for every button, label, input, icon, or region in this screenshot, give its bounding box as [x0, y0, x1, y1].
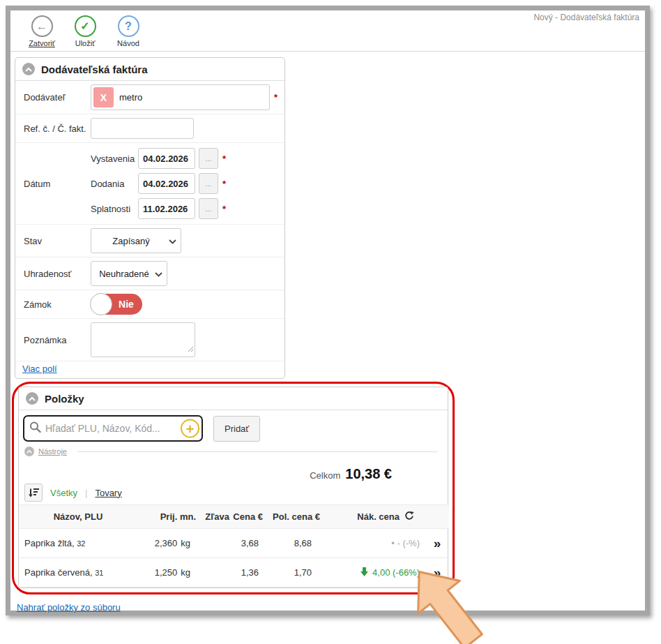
- col-header-purchase-price: Nák. cena: [320, 505, 425, 529]
- due-date-row: Splatnosti ... *: [91, 198, 226, 219]
- help-button[interactable]: ? Návod: [112, 15, 144, 47]
- total-value: 10,38 €: [345, 466, 392, 481]
- total-label: Celkom: [310, 470, 340, 481]
- paid-status-row: Uhradenosť Neuhradené: [15, 257, 284, 290]
- close-button-label: Zatvoriť: [29, 39, 55, 47]
- date-grid: Vystavenia ... * Dodania ... * Splatnost…: [91, 147, 226, 220]
- status-select[interactable]: Zapísaný: [91, 228, 181, 253]
- more-fields-link[interactable]: Viac polí: [22, 364, 57, 374]
- supplier-field[interactable]: X: [91, 84, 270, 110]
- refresh-icon[interactable]: [404, 511, 414, 523]
- item-purchase-cell: 4,00 (-66%): [320, 558, 425, 587]
- expand-row-icon[interactable]: »: [426, 537, 448, 550]
- search-icon: [29, 421, 41, 436]
- resize-handle-icon[interactable]: [188, 343, 194, 355]
- paid-status-select[interactable]: Neuhradené: [91, 261, 167, 286]
- delivery-date-label: Dodania: [91, 179, 138, 189]
- issue-date-picker-button[interactable]: ...: [199, 148, 218, 169]
- item-name: Paprika žltá,: [24, 538, 75, 548]
- item-search-input[interactable]: [44, 422, 179, 435]
- due-date-picker-button[interactable]: ...: [199, 198, 218, 219]
- item-line-total-cell: 1,70: [263, 558, 320, 587]
- close-button[interactable]: ← Zatvoriť: [26, 15, 58, 47]
- col-header-received-qty: Prij. mn.: [137, 505, 196, 529]
- item-row: Paprika červená, 31 1,250kg 1,36 1,70 4,…: [19, 558, 449, 587]
- tools-link[interactable]: Nástroje: [38, 447, 67, 456]
- upload-row: Nahrať položky zo súboru: [17, 601, 645, 613]
- status-row: Stav Zapísaný: [15, 225, 284, 257]
- col-header-expand: [425, 505, 449, 529]
- add-plus-icon[interactable]: +: [181, 419, 199, 438]
- items-panel: Položky + Pridať Nástroje Celkom10,38 €: [18, 387, 448, 588]
- expand-row-icon[interactable]: »: [426, 566, 448, 579]
- invoice-panel-title: Dodávateľská faktúra: [41, 63, 148, 75]
- delivery-date-picker-button[interactable]: ...: [199, 173, 218, 194]
- lock-row: Zámok Nie: [15, 290, 284, 319]
- upload-items-link[interactable]: Nahrať položky zo súboru: [17, 602, 121, 613]
- items-panel-header: Položky: [19, 387, 448, 410]
- items-table-header-row: Názov, PLU Prij. mn. Zľava Cena € Pol. c…: [19, 505, 449, 529]
- total-row: Celkom10,38 €: [19, 460, 448, 484]
- remove-supplier-icon[interactable]: X: [93, 87, 114, 107]
- due-date-label: Splatnosti: [91, 204, 138, 214]
- item-purchase-cell: • - (-%): [320, 529, 425, 558]
- search-row: + Pridať: [19, 410, 448, 446]
- item-discount-cell: [196, 529, 229, 558]
- supplier-input[interactable]: [114, 91, 269, 103]
- col-header-line-total: Pol. cena €: [263, 505, 320, 529]
- item-name-cell: Paprika žltá, 32: [19, 529, 137, 558]
- reference-row: Ref. č. / Č. fakt.: [15, 114, 284, 143]
- items-panel-title: Položky: [45, 393, 84, 405]
- invoice-panel: Dodávateľská faktúra Dodávateľ X * Ref. …: [15, 57, 285, 379]
- lock-label: Zámok: [24, 299, 91, 310]
- issue-date-row: Vystavenia ... *: [91, 148, 226, 169]
- item-name-cell: Paprika červená, 31: [19, 558, 137, 587]
- reference-input[interactable]: [91, 118, 194, 139]
- col-header-name-plu: Názov, PLU: [19, 505, 137, 529]
- purchase-price-change: 4,00 (-66%): [372, 567, 420, 578]
- issue-date-input[interactable]: [138, 148, 195, 169]
- save-button[interactable]: ✓ Uložiť: [69, 15, 101, 47]
- red-highlight-annotation: Položky + Pridať Nástroje Celkom10,38 €: [12, 382, 455, 594]
- tools-row: Nástroje: [19, 446, 448, 460]
- status-label: Stav: [24, 236, 91, 246]
- lock-toggle[interactable]: Nie: [91, 294, 142, 315]
- check-icon: ✓: [75, 15, 96, 37]
- question-icon: ?: [118, 15, 139, 37]
- tab-separator: |: [85, 488, 87, 498]
- required-mark: *: [222, 153, 226, 164]
- reference-label: Ref. č. / Č. fakt.: [24, 123, 91, 134]
- paid-status-label: Uhradenosť: [24, 269, 91, 279]
- toggle-knob: [90, 293, 112, 315]
- note-textarea[interactable]: [91, 322, 195, 357]
- item-price-cell: 1,36: [229, 558, 263, 587]
- add-item-button[interactable]: Pridať: [213, 416, 260, 442]
- required-mark: *: [274, 92, 278, 103]
- date-label: Dátum: [24, 179, 91, 189]
- supplier-row: Dodávateľ X *: [15, 81, 284, 114]
- delivery-date-row: Dodania ... *: [91, 173, 226, 194]
- issue-date-label: Vystavenia: [91, 153, 138, 164]
- item-row: Paprika žltá, 32 2,360kg 3,68 8,68 • - (…: [19, 529, 449, 558]
- sort-button[interactable]: [24, 484, 43, 502]
- save-button-label: Uložiť: [75, 39, 96, 47]
- col-header-price: Cena €: [229, 505, 263, 529]
- date-row: Dátum Vystavenia ... * Dodania ... * Spl…: [15, 143, 284, 225]
- tabs-row: Všetky | Tovary: [19, 484, 448, 504]
- delivery-date-input[interactable]: [138, 173, 195, 194]
- note-row: Poznámka: [15, 319, 284, 361]
- due-date-input[interactable]: [138, 198, 195, 219]
- tab-all[interactable]: Všetky: [50, 488, 77, 498]
- item-line-total-cell: 8,68: [263, 529, 320, 558]
- collapse-chevron-icon[interactable]: [26, 392, 38, 405]
- item-expand-cell: »: [425, 529, 449, 558]
- tab-goods[interactable]: Tovary: [95, 488, 121, 498]
- item-qty-cell: 1,250kg: [137, 558, 196, 587]
- sort-descending-icon: [28, 488, 39, 498]
- app-window: Nový - Dodávateľská faktúra ← Zatvoriť ✓…: [6, 6, 650, 615]
- collapse-chevron-icon[interactable]: [22, 63, 35, 75]
- purchase-price-header-label: Nák. cena: [357, 511, 400, 522]
- item-search-box[interactable]: +: [23, 415, 203, 442]
- item-qty-cell: 2,360kg: [137, 529, 196, 558]
- collapse-chevron-icon[interactable]: [24, 447, 34, 456]
